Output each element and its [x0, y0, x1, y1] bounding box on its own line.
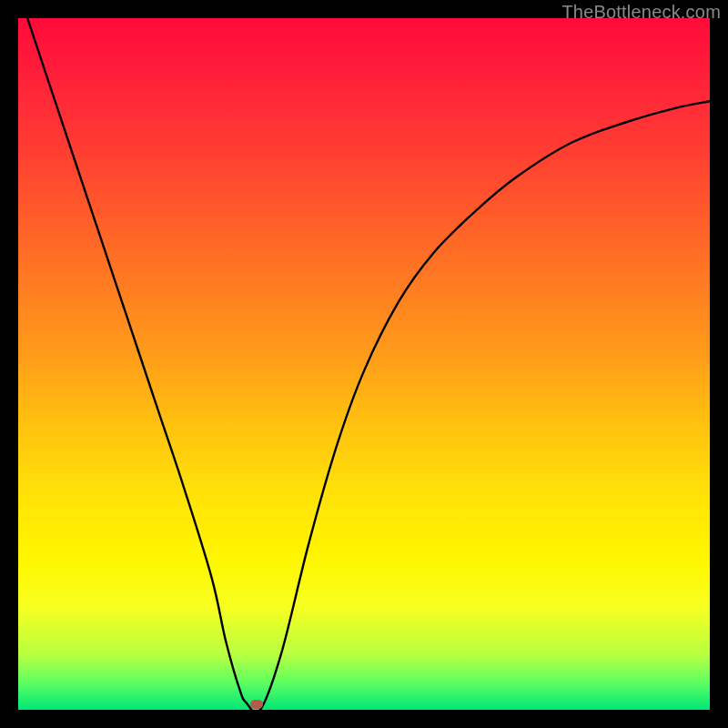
- plot-area: [18, 18, 710, 710]
- chart-frame: TheBottleneck.com: [0, 0, 728, 728]
- bottleneck-curve: [18, 0, 710, 713]
- curve-svg: [18, 18, 710, 710]
- optimal-marker: [250, 700, 263, 709]
- watermark-text: TheBottleneck.com: [561, 2, 721, 23]
